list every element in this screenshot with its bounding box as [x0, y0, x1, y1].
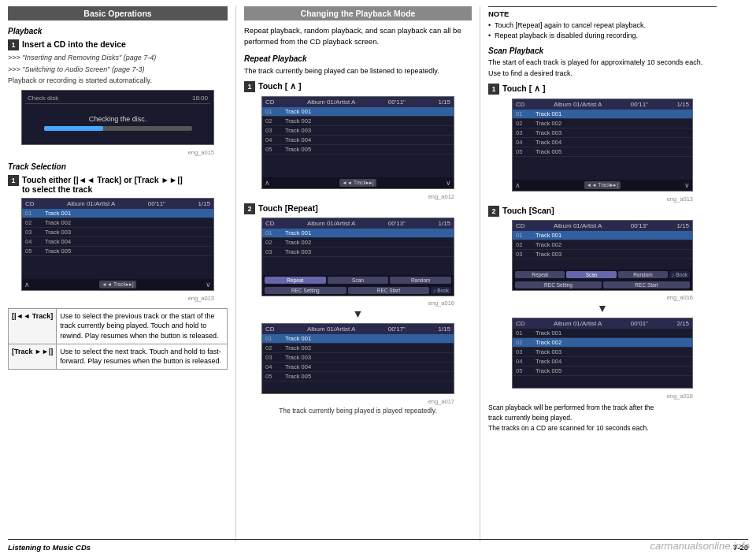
track-row: 02 Track 002 [22, 218, 213, 228]
track-row: 01Track 001 [513, 329, 692, 338]
eng-a013: eng_a013 [512, 195, 693, 203]
track-row: 05Track 005 [513, 366, 692, 376]
scan-btn[interactable]: Scan [566, 271, 616, 278]
playback-title: Playback [8, 27, 228, 35]
track-list: 01Track 001 02Track 002 03Track 003 [262, 229, 454, 275]
track-time: 00'11" [148, 200, 165, 207]
step2-num: 1 [8, 175, 19, 186]
right-step2-text: Touch [Scan] [502, 206, 554, 215]
track-row: 02Track 002 [513, 338, 692, 348]
album-name: Album 01/Artist A [67, 200, 115, 207]
book-btn[interactable]: ♪ Book [431, 287, 451, 294]
screen-nav: ∧ ◄◄ Track▸▸| ∨ [262, 177, 454, 188]
rec-start-btn[interactable]: REC Start [603, 281, 690, 288]
left-column: Basic Operations Playback 1 Insert a CD … [8, 6, 236, 542]
eng-a016: eng_a016 [261, 299, 454, 307]
repeat-btn[interactable]: Repeat [515, 271, 565, 278]
track-row: 01Track 001 [513, 110, 692, 119]
track-row: 01Track 001 [513, 231, 692, 240]
step1-text: Insert a CD into the device [22, 39, 126, 49]
cd-label: CD [25, 200, 35, 207]
mid-intro: Repeat playback, random playback, and sc… [244, 25, 472, 48]
track-row: 03Track 003 [262, 126, 454, 136]
changing-playback-header: Changing the Playback Mode [244, 6, 472, 20]
track-row: 03Track 003 [262, 353, 454, 363]
track-selection-title: Track Selection [8, 162, 228, 171]
track-desc-table: [|◄◄ Track] Use to select the previous t… [8, 308, 228, 370]
note-title: NOTE [488, 9, 717, 18]
checking-text: Checking the disc. [89, 115, 147, 123]
track-list: 01Track 001 02Track 002 03Track 003 04Tr… [513, 110, 692, 180]
right-step1-row: 1 Touch [ ∧ ] [488, 84, 717, 95]
step1-sub1: >>> "Inserting and Removing Disks" (page… [8, 53, 228, 63]
track-row: 05Track 005 [262, 372, 454, 381]
track-row: 02Track 002 [262, 344, 454, 353]
mid-step1-text: Touch [ ∧ ] [258, 81, 301, 91]
rec-start-btn[interactable]: REC Start [348, 287, 430, 294]
track-row: 02Track 002 [513, 119, 692, 128]
table-val: Use to select the next track. Touch and … [57, 344, 228, 369]
mid-step1-row: 1 Touch [ ∧ ] [244, 81, 472, 92]
scan-btn[interactable]: Scan [328, 277, 389, 284]
right-step1-text: Touch [ ∧ ] [502, 84, 545, 93]
rec-setting-btn[interactable]: REC Setting [265, 287, 346, 294]
rec-buttons: REC Setting REC Start ♪ Book [262, 285, 454, 296]
right-screen3: CD Album 01/Artist A 00'01" 2/15 01Track… [512, 318, 693, 389]
basic-operations-header: Basic Operations [8, 6, 228, 20]
note-item: Repeat playback is disabled during recor… [488, 31, 717, 41]
track-row: 01 Track 001 [22, 209, 213, 218]
random-btn[interactable]: Random [618, 271, 668, 278]
eng-a012: eng_a012 [261, 193, 454, 200]
eng-a018: eng_a018 [512, 392, 693, 400]
right-step2-num: 2 [488, 206, 499, 217]
checking-disc-area: Checking the disc. [25, 104, 210, 142]
track-row: 02Track 002 [262, 238, 454, 247]
track-row: 05Track 005 [262, 145, 454, 154]
footer-left: Listening to Music CDs [8, 543, 91, 552]
function-buttons: Repeat Scan Random [262, 275, 454, 285]
repeat-playback-body: The track currently being played can be … [244, 66, 472, 77]
right-screen2: CD Album 01/Artist A 00'13" 1/15 01Track… [512, 220, 693, 291]
random-btn[interactable]: Random [390, 277, 451, 284]
repeat-caption: The track currently being played is play… [261, 407, 454, 415]
eng-a017: eng_a017 [261, 398, 454, 405]
table-row: [|◄◄ Track] Use to select the previous t… [9, 308, 228, 344]
note-box: NOTE Touch [Repeat] again to cancel repe… [488, 6, 717, 40]
check-disk-time: 18:00 [192, 95, 208, 102]
repeat-btn[interactable]: Repeat [265, 277, 326, 284]
track-screen-header: CD Album 01/Artist A 00'11" 1/15 [22, 199, 213, 209]
mid-screen1: CD Album 01/Artist A 00'11" 1/15 01Track… [261, 96, 454, 189]
repeat-playback-title: Repeat Playback [244, 54, 472, 63]
track-row: 03Track 003 [513, 128, 692, 138]
scan-playback-body: The start of each track is played for ap… [488, 58, 717, 79]
check-disk-screen: Check disk 18:00 Checking the disc. [21, 90, 214, 145]
mid-step1-num: 1 [244, 81, 255, 92]
track-row: 03 Track 003 [22, 228, 213, 237]
progress-bar-fill [44, 126, 103, 131]
screen-header: CD Album 01/Artist A 00'11" 1/15 [262, 97, 454, 107]
mid-screen3: CD Album 01/Artist A 00'17" 1/15 01Track… [261, 323, 454, 394]
step1-row: 1 Insert a CD into the device [8, 39, 228, 50]
step1-sub3: Playback or recording is started automat… [8, 76, 228, 86]
track-list: 01Track 001 02Track 002 03Track 003 04Tr… [262, 107, 454, 177]
arrow-down: ▼ [244, 308, 472, 319]
track-row: 04Track 004 [262, 136, 454, 145]
track-list: 01Track 001 02Track 002 03Track 003 04Tr… [262, 334, 454, 393]
track-selection-screen: CD Album 01/Artist A 00'11" 1/15 01 Trac… [21, 198, 214, 291]
track-row: 04Track 004 [262, 363, 454, 372]
check-disk-label: Check disk [28, 95, 58, 102]
mid-step2-num: 2 [244, 203, 255, 214]
mid-step2-text: Touch [Repeat] [258, 203, 318, 213]
track-row: 01Track 001 [262, 229, 454, 238]
track-row: 02Track 002 [262, 117, 454, 126]
track-list: 01Track 001 02Track 002 03Track 003 [513, 231, 692, 270]
table-key: [Track ►►|] [9, 344, 57, 369]
book-btn[interactable]: ♪ Book [669, 271, 690, 278]
middle-column: Changing the Playback Mode Repeat playba… [236, 6, 480, 542]
track-list: 01 Track 001 02 Track 002 03 Track 003 0… [22, 209, 213, 279]
step2-text: Touch either [|◄◄ Track] or [Track ►►|]t… [22, 175, 183, 194]
screen-nav: ∧ ◄◄ Track▸▸| ∨ [22, 279, 213, 290]
track-row: 01Track 001 [262, 334, 454, 344]
eng-label2: eng_a013 [21, 295, 214, 302]
rec-setting-btn[interactable]: REC Setting [515, 281, 602, 288]
